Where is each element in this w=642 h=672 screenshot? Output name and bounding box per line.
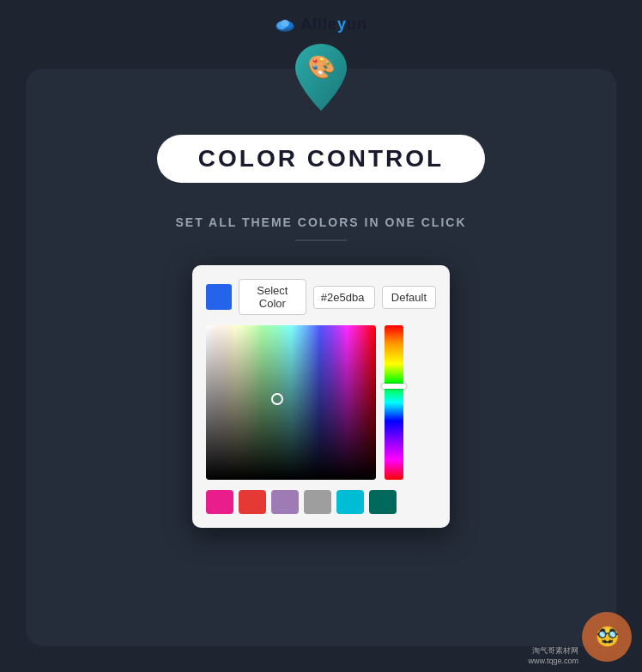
swatch-purple[interactable] <box>271 490 299 514</box>
swatches-row <box>206 490 436 514</box>
hex-value-input[interactable] <box>313 286 375 309</box>
header: Alileyun <box>0 0 642 33</box>
subtitle: SET ALL THEME COLORS IN ONE CLICK <box>175 215 466 229</box>
pin-icon: 🎨 <box>290 40 352 118</box>
svg-point-3 <box>281 20 289 27</box>
swatch-pink[interactable] <box>206 490 233 514</box>
hue-handle <box>382 384 406 389</box>
hue-slider[interactable] <box>385 325 403 480</box>
select-color-button[interactable]: Select Color <box>239 279 306 315</box>
swatch-red[interactable] <box>239 490 266 514</box>
default-button[interactable]: Default <box>382 286 436 309</box>
color-swatch-preview <box>206 284 232 310</box>
color-picker-circle[interactable] <box>271 393 283 405</box>
watermark: 🥸 <box>582 612 632 662</box>
watermark-text: 淘气哥素材网 www.tqge.com <box>528 645 578 665</box>
divider <box>295 239 347 241</box>
color-gradient-area[interactable] <box>206 325 376 480</box>
picker-main-area <box>206 325 436 480</box>
brand-label: Alileyun <box>300 15 367 33</box>
main-content: COLOR CONTROL SET ALL THEME COLORS IN ON… <box>0 135 642 528</box>
page-title: COLOR CONTROL <box>198 145 444 172</box>
swatch-gray[interactable] <box>304 490 331 514</box>
title-badge: COLOR CONTROL <box>157 135 485 183</box>
cloud-icon <box>275 18 295 32</box>
svg-text:🎨: 🎨 <box>307 53 336 81</box>
swatch-cyan[interactable] <box>336 490 364 514</box>
color-picker-card: Select Color Default <box>192 265 450 528</box>
swatch-teal[interactable] <box>369 490 397 514</box>
picker-top-row: Select Color Default <box>206 279 436 315</box>
pin-container: 🎨 <box>0 40 642 118</box>
